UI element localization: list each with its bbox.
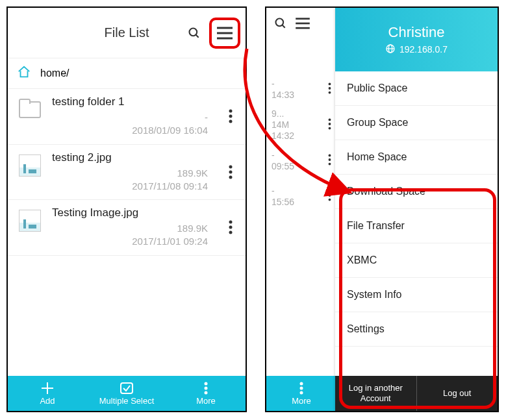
search-icon[interactable] — [183, 22, 205, 44]
more-vert-icon[interactable] — [221, 109, 240, 123]
svg-point-8 — [229, 165, 233, 168]
file-row[interactable]: testing folder 1 - 2018/01/09 16:04 — [8, 89, 246, 145]
file-info: testing folder 1 - 2018/01/09 16:04 — [52, 95, 212, 138]
file-info: Testing Image.jpg 189.9K 2017/11/01 09:2… — [52, 206, 212, 249]
more-vert-icon[interactable] — [328, 190, 331, 203]
svg-point-19 — [205, 391, 208, 394]
file-info: testing 2.jpg 189.9K 2017/11/08 09:14 — [52, 151, 212, 193]
svg-point-38 — [300, 386, 303, 389]
file-name: testing folder 1 — [52, 95, 212, 108]
ip-address: 192.168.0.7 — [385, 43, 448, 56]
more-button[interactable]: More — [166, 376, 246, 411]
more-vert-icon[interactable] — [328, 82, 331, 96]
svg-point-27 — [329, 92, 331, 94]
svg-point-31 — [329, 154, 331, 157]
svg-point-39 — [300, 391, 303, 394]
list-item: -14:33 — [266, 71, 336, 107]
file-date: 2017/11/01 09:24 — [52, 235, 208, 248]
svg-point-10 — [229, 175, 233, 179]
list-item: -09:55 — [266, 143, 336, 179]
bottom-toolbar: Add Multiple Select More — [8, 376, 246, 411]
file-name: testing 2.jpg — [52, 151, 212, 164]
svg-point-37 — [300, 382, 303, 385]
home-icon — [17, 65, 31, 82]
more-label: More — [196, 396, 216, 406]
more-vert-icon[interactable] — [221, 220, 240, 234]
drawer-item-home-space[interactable]: Home Space — [335, 140, 498, 175]
breadcrumb-path: home/ — [40, 68, 69, 79]
multi-label: Multiple Select — [99, 396, 155, 406]
list-item: -15:56 — [266, 179, 336, 214]
drawer-item-group-space[interactable]: Group Space — [335, 106, 498, 140]
svg-rect-16 — [121, 383, 133, 393]
file-name: Testing Image.jpg — [52, 206, 212, 219]
svg-point-0 — [190, 28, 197, 36]
multi-select-button[interactable]: Multiple Select — [87, 376, 166, 411]
svg-point-5 — [229, 110, 233, 113]
svg-point-17 — [205, 382, 208, 385]
username: Christine — [388, 24, 445, 41]
svg-point-36 — [329, 199, 331, 201]
list-item: 9... 14M14:32 — [266, 107, 336, 143]
more-vert-icon[interactable] — [328, 118, 331, 132]
hamburger-icon[interactable] — [295, 18, 310, 32]
image-icon — [17, 208, 43, 234]
drawer-item-settings[interactable]: Settings — [335, 312, 498, 347]
svg-point-13 — [229, 231, 233, 234]
file-date: 2017/11/08 09:14 — [52, 180, 208, 193]
hamburger-icon[interactable] — [209, 18, 240, 49]
file-row[interactable]: testing 2.jpg 189.9K 2017/11/08 09:14 — [8, 145, 246, 201]
more-vert-icon[interactable] — [221, 165, 240, 179]
file-date: 2018/01/09 16:04 — [52, 124, 208, 137]
svg-line-1 — [196, 34, 199, 37]
drawer-item-public-space[interactable]: Public Space — [335, 71, 498, 106]
strip-header — [266, 8, 336, 42]
phone-file-list: File List home/ testing folder 1 - 2018/… — [6, 6, 247, 412]
svg-point-25 — [329, 83, 331, 86]
add-label: Add — [40, 396, 55, 406]
logout-button[interactable]: Log out — [417, 376, 498, 411]
add-button[interactable]: Add — [8, 376, 87, 411]
drawer-header: Christine 192.168.0.7 — [335, 8, 498, 71]
drawer-item-xbmc[interactable]: XBMC — [335, 243, 498, 278]
svg-point-26 — [329, 87, 331, 90]
breadcrumb[interactable]: home/ — [8, 58, 246, 89]
file-size: 189.9K — [52, 222, 208, 235]
image-icon — [17, 153, 43, 179]
more-button[interactable]: More — [266, 376, 336, 411]
drawer-item-system-info[interactable]: System Info — [335, 278, 498, 312]
svg-point-20 — [276, 19, 284, 27]
drawer-footer: Log in another Account Log out — [335, 376, 498, 411]
search-icon[interactable] — [274, 17, 287, 32]
svg-point-28 — [329, 119, 331, 121]
file-row[interactable]: Testing Image.jpg 189.9K 2017/11/01 09:2… — [8, 200, 246, 256]
page-title: File List — [105, 25, 149, 40]
svg-point-29 — [329, 123, 331, 125]
drawer-item-file-transfer[interactable]: File Transfer — [335, 209, 498, 243]
svg-point-34 — [329, 190, 331, 193]
svg-point-18 — [205, 386, 208, 389]
svg-point-6 — [229, 115, 233, 118]
svg-point-11 — [229, 221, 233, 224]
background-strip: -14:33 9... 14M14:32 -09:55 -15:56 More — [266, 8, 336, 411]
folder-icon — [17, 97, 43, 123]
svg-line-21 — [283, 25, 285, 28]
file-size: - — [52, 111, 208, 124]
drawer-item-download-space[interactable]: Download Space — [335, 175, 498, 209]
svg-point-9 — [229, 170, 233, 173]
svg-point-32 — [329, 158, 331, 161]
globe-icon — [385, 43, 396, 56]
login-another-button[interactable]: Log in another Account — [335, 376, 417, 411]
svg-point-30 — [329, 127, 331, 130]
more-vert-icon[interactable] — [328, 154, 331, 167]
file-size: 189.9K — [52, 167, 208, 180]
nav-drawer: Christine 192.168.0.7 Public Space Group… — [335, 8, 498, 411]
svg-point-35 — [329, 194, 331, 197]
phone-drawer: -14:33 9... 14M14:32 -09:55 -15:56 More … — [265, 6, 499, 412]
header: File List — [8, 8, 246, 58]
svg-point-12 — [229, 226, 233, 229]
svg-point-33 — [329, 163, 331, 166]
svg-point-7 — [229, 120, 233, 123]
